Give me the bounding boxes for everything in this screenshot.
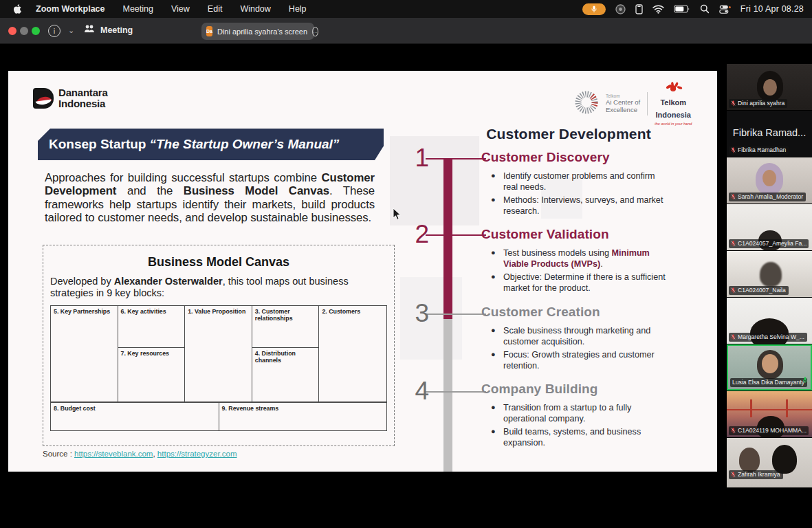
participant-tile[interactable]: Fibrika Ramad... Fibrika Ramadhan	[727, 111, 812, 157]
menu-view[interactable]: View	[171, 4, 190, 14]
customer-development-heading: Customer Development	[462, 126, 675, 142]
macos-menubar: Zoom Workplace Meeting View Edit Window …	[0, 0, 812, 18]
display-icon[interactable]	[635, 4, 643, 14]
timeline-tick-4	[426, 391, 486, 393]
participant-tile[interactable]: C1A024057_Ameylia Fa...	[727, 204, 812, 250]
muted-mic-icon	[731, 472, 736, 478]
timeline-bar-maroon	[443, 159, 452, 319]
bmc-cell-revenue-streams: 9. Revenue streams	[219, 403, 387, 430]
ai-coe-line2: Excellence	[606, 106, 637, 113]
speaking-mic-icon	[802, 374, 808, 386]
wifi-icon[interactable]	[652, 5, 664, 14]
stage-bullet: ●Objective: Determine if there is a suff…	[481, 272, 666, 294]
bmc-cell-customer-relationships: 3. Customer relationships	[252, 306, 320, 348]
stage-bullet: ●Focus: Growth strategies and customer r…	[481, 349, 666, 371]
source-link-steveblank[interactable]: https://steveblank.com	[74, 450, 153, 458]
participants-icon	[84, 24, 95, 36]
stage-number-1: 1	[406, 145, 429, 170]
meeting-info-icon[interactable]: i	[48, 25, 61, 37]
source-link-strategyzer[interactable]: https://strategyzer.com	[157, 450, 237, 458]
chevron-down-icon[interactable]: ⌄	[68, 26, 74, 35]
shared-slide: Danantara Indonesia Telkom Ai Center of …	[8, 71, 717, 472]
mouse-cursor	[393, 208, 402, 223]
menu-help[interactable]: Help	[289, 4, 307, 14]
bmc-table: 5. Key Partnerships 6. Key activities 1.…	[50, 305, 387, 431]
danantara-logo-line1: Danantara	[58, 87, 108, 98]
window-title: Meeting	[100, 25, 133, 35]
bmc-cell-customers: 2. Customers	[319, 306, 386, 402]
participant-tile[interactable]: Dini aprilia syahra	[727, 64, 812, 110]
danantara-logo-icon	[33, 88, 54, 109]
participant-name: C1A024057_Ameylia Fa...	[738, 240, 806, 247]
participant-tile-active-speaker[interactable]: Lusia Elsa Dika Damayanty	[727, 344, 812, 390]
timeline-tick-2	[426, 234, 486, 236]
participant-tile[interactable]: C1A024119 MOHAMMA...	[727, 391, 812, 437]
participant-name: Zafirah Ikramiya	[738, 471, 780, 478]
participant-name: Dini aprilia syahra	[738, 100, 784, 107]
danantara-logo: Danantara Indonesia	[33, 87, 108, 109]
stage-number-4: 4	[406, 378, 429, 404]
tab-more-icon[interactable]: ...	[312, 27, 318, 36]
muted-mic-icon	[731, 100, 736, 107]
minimize-window-button[interactable]	[20, 27, 28, 35]
bmc-cell-key-activities: 6. Key activities	[118, 306, 186, 348]
stage-bullet: ●Scale business through marketing and cu…	[481, 325, 666, 347]
stage-number-2: 2	[406, 221, 429, 247]
participant-name: Fibrika Ramadhan	[738, 146, 786, 153]
participants-filmstrip: Dini aprilia syahra Fibrika Ramad... Fib…	[727, 64, 812, 488]
participant-tile[interactable]: Sarah Amalia_Moderator	[727, 157, 812, 204]
menubar-app-name[interactable]: Zoom Workplace	[36, 4, 105, 14]
spotlight-search-icon[interactable]	[700, 4, 710, 14]
bmc-title: Business Model Canvas	[50, 255, 387, 270]
participant-tile[interactable]: Margaretha Selvina W_...	[727, 298, 812, 344]
apple-logo-icon[interactable]	[12, 3, 23, 14]
source-line: Source : https://steveblank.com, https:/…	[43, 450, 237, 458]
timeline-bar-gray	[443, 319, 452, 472]
stage-bullet: ●Identify customer problems and confirm …	[481, 170, 666, 192]
bmc-cell-budget-cost: 8. Budget cost	[51, 403, 219, 430]
watermark-square	[390, 136, 479, 226]
zoom-window-button[interactable]	[32, 27, 40, 35]
stage-title: Customer Discovery	[481, 150, 666, 165]
telkom-indonesia-logo: Telkom Indonesia the world in your hand	[655, 82, 692, 126]
stage-title: Customer Creation	[481, 305, 666, 320]
menu-edit[interactable]: Edit	[208, 4, 223, 14]
partner-logos: Telkom Ai Center of Excellence Telkom In…	[574, 82, 692, 126]
participant-name: C1A024119 MOHAMMA...	[738, 427, 806, 434]
participant-tile[interactable]: C1A024007_Naila	[727, 251, 812, 297]
stage-customer-validation: Customer Validation ●Test business model…	[481, 227, 666, 296]
stage-bullet: ●Transition from a startup to a fully op…	[481, 402, 666, 424]
stage-title: Company Building	[481, 382, 666, 397]
bmc-cell-value-proposition: 1. Value Proposition	[185, 306, 252, 402]
menu-window[interactable]: Window	[240, 4, 270, 14]
ai-coe-starburst-icon	[574, 90, 599, 118]
ai-coe-line1: Ai Center of	[606, 98, 640, 106]
muted-mic-icon	[731, 194, 736, 200]
business-model-canvas-box: Business Model Canvas Developed by Alexa…	[43, 245, 395, 446]
battery-icon[interactable]	[674, 5, 690, 13]
participant-tile[interactable]: Zafirah Ikramiya	[727, 438, 812, 487]
menu-meeting[interactable]: Meeting	[122, 4, 153, 14]
muted-mic-icon	[731, 334, 736, 340]
timeline-tick-3	[426, 314, 486, 315]
timeline-tick-1	[426, 158, 486, 160]
logo-divider	[647, 92, 648, 116]
telkom-line1: Telkom	[660, 98, 686, 107]
screen-mirroring-icon[interactable]	[615, 4, 626, 14]
menubar-clock[interactable]: Fri 10 Apr 08.28	[740, 4, 804, 14]
shared-screen-tab[interactable]: Da Dini aprilia syahra's screen ...	[201, 23, 314, 40]
shared-screen-tab-title: Dini aprilia syahra's screen	[217, 28, 307, 36]
stage-company-building: Company Building ●Transition from a star…	[481, 382, 666, 450]
muted-mic-icon	[731, 147, 736, 153]
bmc-cell-key-partnerships: 5. Key Partnerships	[51, 306, 118, 402]
slide-title-prefix: Konsep Startup	[49, 137, 146, 152]
microphone-in-use-icon[interactable]	[582, 3, 606, 15]
participant-display-name: Fibrika Ramad...	[727, 127, 812, 138]
danantara-logo-line2: Indonesia	[58, 98, 105, 109]
bmc-cell-distribution-channels: 4. Distribution channels	[252, 348, 320, 402]
control-center-icon[interactable]	[719, 5, 731, 14]
stage-bullet: ●Build teams, systems, and business expa…	[481, 426, 666, 448]
bmc-cell-key-resources: 7. Key resources	[118, 348, 186, 402]
slide-title-banner: Konsep Startup “The Startup Owner’s Manu…	[38, 129, 384, 160]
close-window-button[interactable]	[8, 27, 17, 35]
